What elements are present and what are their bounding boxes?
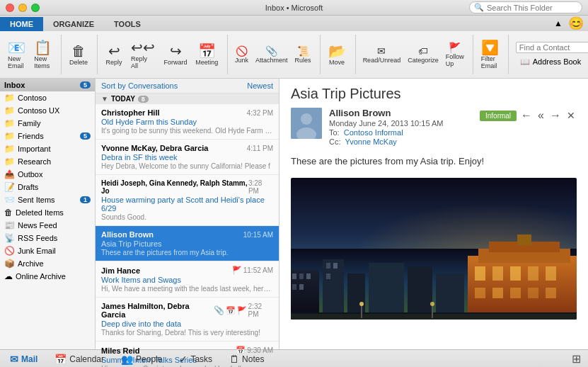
nav-calendar[interactable]: 📅 Calendar xyxy=(52,352,107,366)
respond-group: ↩ Reply ↩↩ Reply All ↪ Forward 📅 Meeting xyxy=(102,35,228,74)
sidebar-item-sent[interactable]: 📨 Sent Items 1 xyxy=(0,193,95,206)
email-item-3[interactable]: Allison Brown 10:15 AM Asia Trip Picture… xyxy=(96,226,279,261)
rules-button[interactable]: 📜 Rules xyxy=(292,44,314,65)
main-area: Inbox 5 📁 Contoso 📁 Contoso UX 📁 Family … xyxy=(0,79,588,349)
sidebar-item-junk[interactable]: 🚫 Junk Email xyxy=(0,244,95,257)
svg-rect-17 xyxy=(546,288,556,298)
delete-button[interactable]: 🗑 Delete xyxy=(66,43,91,67)
close-reading-button[interactable]: ✕ xyxy=(565,108,577,123)
new-items-button[interactable]: 📋 New Items xyxy=(30,39,55,71)
move-group: 📂 Move xyxy=(325,35,356,74)
svg-rect-27 xyxy=(292,284,296,290)
svg-rect-22 xyxy=(408,266,432,320)
email-item-2[interactable]: Heidi Joseph, Gina Kennedy, Ralph Stamm,… xyxy=(96,175,279,226)
reply-all-button[interactable]: ↩↩ Reply All xyxy=(127,39,159,71)
sidebar-item-outbox[interactable]: 📤 Outbox xyxy=(0,168,95,181)
ribbon-tabs: HOME ORGANIZE TOOLS ▲ 😊 xyxy=(0,16,588,31)
follow-up-button[interactable]: 🚩 Follow Up xyxy=(443,40,467,69)
attachment-button[interactable]: 📎 Attachment xyxy=(253,44,291,65)
maximize-button[interactable] xyxy=(31,4,40,12)
notes-nav-icon: 🗒 xyxy=(229,354,239,365)
account-icon[interactable]: 😊 xyxy=(568,16,584,31)
next-email-button[interactable]: → xyxy=(548,108,563,123)
read-unread-button[interactable]: ✉ Read/Unread xyxy=(360,44,404,65)
email-item-4[interactable]: Jim Hance 🚩 11:52 AM Work Items and Swag… xyxy=(96,261,279,298)
tab-organize[interactable]: ORGANIZE xyxy=(43,17,104,31)
reply-button[interactable]: ↩ Reply xyxy=(102,43,126,67)
tasks-nav-icon: ✓ xyxy=(179,354,188,365)
title-search-box[interactable]: 🔍 xyxy=(469,1,582,13)
svg-rect-9 xyxy=(492,266,503,281)
sidebar-item-contoso-ux[interactable]: 📁 Contoso UX xyxy=(0,104,95,117)
email-list: Sort by Conversations Newest ▼ TODAY 8 C… xyxy=(96,79,279,349)
mail-nav-icon: ✉ xyxy=(10,354,18,365)
filter-group: 🔽 Filter Email xyxy=(478,35,509,74)
sidebar-inbox-badge: 5 xyxy=(80,81,91,89)
nav-notes[interactable]: 🗒 Notes xyxy=(226,352,267,366)
new-group: 📧 New Email 📋 New Items xyxy=(4,35,62,74)
close-button[interactable] xyxy=(6,4,14,12)
address-book-button[interactable]: 📖 Address Book xyxy=(516,56,588,68)
search-input[interactable] xyxy=(487,4,584,12)
forward-button[interactable]: ↪ Forward xyxy=(161,43,191,67)
sidebar-item-newsfeed[interactable]: 📰 News Feed xyxy=(0,219,95,232)
sender-name: Allison Brown xyxy=(329,108,473,118)
flag-icon: 🚩 xyxy=(232,266,242,275)
svg-rect-26 xyxy=(306,273,311,279)
nav-people[interactable]: 👥 People xyxy=(118,352,165,366)
tab-tools[interactable]: TOOLS xyxy=(104,17,151,31)
email-item-0[interactable]: Christopher Hill 4:32 PM Old Hyde Farm t… xyxy=(96,104,279,140)
sidebar-item-family[interactable]: 📁 Family xyxy=(0,117,95,130)
email-item-5[interactable]: James Halmilton, Debra Garcia 📎 📅 🚩 2:32… xyxy=(96,298,279,341)
friends-badge: 5 xyxy=(80,132,91,140)
attach-icon: 📎 xyxy=(214,305,224,315)
sidebar-item-rss[interactable]: 📡 RSS Feeds xyxy=(0,232,95,244)
read-unread-icon: ✉ xyxy=(377,45,386,57)
sidebar-item-drafts[interactable]: 📝 Drafts xyxy=(0,181,95,193)
new-email-button[interactable]: 📧 New Email xyxy=(4,39,29,71)
sidebar-item-deleted[interactable]: 🗑 Deleted Items xyxy=(0,206,95,219)
meeting-button[interactable]: 📅 Meeting xyxy=(192,43,221,67)
find-contact-input[interactable] xyxy=(516,42,588,53)
order-label[interactable]: Newest xyxy=(247,81,273,90)
folder-icon: 📁 xyxy=(4,118,15,128)
expand-nav-button[interactable]: ⊞ xyxy=(572,352,581,366)
tab-home[interactable]: HOME xyxy=(0,17,43,31)
meeting-icon: 📅 xyxy=(198,44,216,58)
svg-rect-28 xyxy=(299,284,304,290)
folder-icon: 📁 xyxy=(4,106,15,115)
prev-prev-button[interactable]: « xyxy=(536,108,546,123)
folder-icon: 📁 xyxy=(4,93,15,103)
filter-icon: 🔽 xyxy=(481,40,499,55)
filter-email-button[interactable]: 🔽 Filter Email xyxy=(478,39,502,71)
ribbon-collapse[interactable]: ▲ xyxy=(554,18,563,28)
svg-rect-11 xyxy=(528,266,538,281)
categorize-button[interactable]: 🏷 Categorize xyxy=(405,44,442,65)
sidebar-item-archive[interactable]: 📦 Archive xyxy=(0,257,95,270)
sidebar-item-research[interactable]: 📁 Research xyxy=(0,155,95,168)
rules-icon: 📜 xyxy=(297,45,309,57)
nav-tasks[interactable]: ✓ Tasks xyxy=(176,352,215,366)
calendar-icon: 📅 xyxy=(226,306,236,315)
sidebar-item-contoso[interactable]: 📁 Contoso xyxy=(0,91,95,104)
bottom-nav: ✉ Mail 📅 Calendar 👥 People ✓ Tasks 🗒 Not… xyxy=(0,349,588,367)
junk-button[interactable]: 🚫 Junk xyxy=(232,44,251,65)
email-item-1[interactable]: Yvonne McKay, Debra Garcia 4:11 PM Debra… xyxy=(96,140,279,175)
sidebar-item-important[interactable]: 📁 Important xyxy=(0,142,95,155)
reading-pane: Asia Trip Pictures Allison Brown Monday … xyxy=(279,79,588,349)
email-to: To: Contoso Informal xyxy=(329,128,473,137)
move-button[interactable]: 📂 Move xyxy=(325,43,350,67)
sort-label[interactable]: Sort by Conversations xyxy=(101,81,178,90)
nav-mail[interactable]: ✉ Mail xyxy=(7,352,40,366)
reply-icon: ↩ xyxy=(108,44,120,58)
minimize-button[interactable] xyxy=(18,4,27,12)
folder-icon: 📁 xyxy=(4,144,15,154)
svg-rect-29 xyxy=(326,263,330,269)
sidebar-item-online-archive[interactable]: ☁ Online Archive xyxy=(0,270,95,283)
drafts-icon: 📝 xyxy=(4,182,15,192)
reading-pane-header: Asia Trip Pictures Allison Brown Monday … xyxy=(279,79,588,150)
junk-icon: 🚫 xyxy=(236,45,248,57)
prev-email-button[interactable]: ← xyxy=(519,108,534,123)
sidebar-item-friends[interactable]: 📁 Friends 5 xyxy=(0,130,95,142)
svg-rect-21 xyxy=(369,263,404,320)
